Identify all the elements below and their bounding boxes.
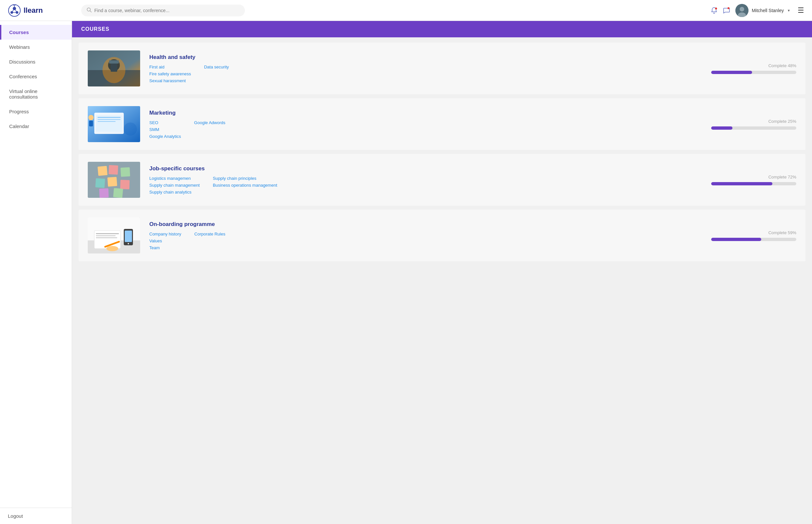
progress-bar [711,71,796,74]
sidebar-item-virtual-online-consultations[interactable]: Virtual online consultations [0,84,72,104]
sidebar: CoursesWebinarsDiscussionsConferencesVir… [0,21,72,524]
course-topic-item[interactable]: Team [149,245,181,250]
sidebar-item-label: Webinars [9,44,30,50]
progress-label: Complete 59% [768,230,796,235]
course-topic-item[interactable]: SMM [149,127,181,132]
messages-button[interactable] [723,7,730,14]
logo-icon [8,4,21,17]
user-name: Mitchell Stanley [752,8,784,13]
course-topic-item[interactable]: Supply chain management [149,183,200,188]
course-card: Job-specific coursesLogistics managemenS… [79,154,806,206]
sidebar-item-conferences[interactable]: Conferences [0,69,72,84]
course-topic-item[interactable]: Business operations management [213,183,277,188]
course-title[interactable]: Health and safety [149,54,702,61]
course-topics-col2: Google Adwords [194,120,225,139]
svg-rect-39 [120,180,130,189]
sidebar-item-label: Virtual online consultations [9,88,64,100]
svg-rect-46 [96,235,116,236]
courses-section-title: COURSES [81,26,109,32]
course-topic-item[interactable]: Supply chain principles [213,176,277,181]
course-topics-col2: Data security [204,65,229,83]
sidebar-item-calendar[interactable]: Calendar [0,119,72,134]
search-icon [86,7,92,14]
course-topic-item[interactable]: Corporate Rules [195,231,226,236]
search-input[interactable] [94,8,240,13]
progress-label: Complete 48% [768,63,796,68]
course-topic-item[interactable]: Google Adwords [194,120,225,125]
course-card: Health and safetyFirst aidFire safety aw… [79,43,806,94]
user-menu[interactable]: Mitchell Stanley ▾ [735,4,790,17]
courses-header: COURSES [72,21,812,37]
course-card: On-boarding programmeCompany historyValu… [79,210,806,261]
course-topic-item[interactable]: Google Analytics [149,134,181,139]
course-topics-col2: Supply chain principlesBusiness operatio… [213,176,277,195]
progress-bar-fill [711,127,732,130]
course-topic-item[interactable]: Supply chain analytics [149,190,200,195]
course-title[interactable]: Job-specific courses [149,165,702,172]
logout-button[interactable]: Logout [0,508,72,524]
sidebar-nav: CoursesWebinarsDiscussionsConferencesVir… [0,25,72,508]
notifications-button[interactable] [711,7,718,14]
course-topic-item[interactable]: First aid [149,65,191,69]
course-progress: Complete 59% [711,230,796,241]
svg-rect-26 [98,117,120,118]
course-thumbnail[interactable] [88,50,140,86]
course-topic-item[interactable]: Sexual harassment [149,78,191,83]
progress-bar-fill [711,238,761,241]
course-topic-item[interactable]: SEO [149,120,181,125]
svg-rect-22 [109,60,119,64]
course-topics-col1: SEOSMMGoogle Analytics [149,120,181,139]
app-body: CoursesWebinarsDiscussionsConferencesVir… [0,21,812,524]
sidebar-item-progress[interactable]: Progress [0,104,72,119]
course-title[interactable]: On-boarding programme [149,221,702,228]
course-topics: Company historyValuesTeamCorporate Rules [149,231,702,250]
svg-rect-34 [98,166,107,176]
course-thumbnail[interactable] [88,217,140,253]
course-topic-item[interactable]: Fire safety awareness [149,71,191,76]
course-topic-item[interactable]: Values [149,239,181,243]
course-info: MarketingSEOSMMGoogle AnalyticsGoogle Ad… [149,110,702,139]
progress-label: Complete 72% [768,175,796,179]
course-progress: Complete 25% [711,119,796,130]
course-card: MarketingSEOSMMGoogle AnalyticsGoogle Ad… [79,98,806,150]
sidebar-item-discussions[interactable]: Discussions [0,54,72,69]
course-topics-col2: Corporate Rules [195,231,226,250]
logo-area[interactable]: llearn [8,4,73,17]
course-thumbnail[interactable] [88,162,140,198]
user-menu-chevron: ▾ [788,8,790,13]
svg-point-50 [128,243,129,244]
sidebar-item-label: Calendar [9,124,29,129]
hamburger-button[interactable]: ☰ [798,6,804,15]
svg-point-29 [124,122,137,135]
app-header: llearn [0,0,812,21]
course-topics: SEOSMMGoogle AnalyticsGoogle Adwords [149,120,702,139]
sidebar-item-courses[interactable]: Courses [0,25,72,39]
course-info: On-boarding programmeCompany historyValu… [149,221,702,250]
progress-bar [711,182,796,185]
course-topic-item[interactable]: Data security [204,65,229,69]
sidebar-item-label: Conferences [9,74,37,79]
svg-rect-45 [96,233,119,234]
progress-bar-fill [711,182,773,185]
progress-label: Complete 25% [768,119,796,124]
course-topic-item[interactable]: Logistics managemen [149,176,200,181]
svg-point-12 [715,7,717,10]
logo-text: llearn [23,6,43,15]
course-thumbnail[interactable] [88,106,140,142]
course-topics: First aidFire safety awarenessSexual har… [149,65,702,83]
svg-point-15 [740,7,744,12]
svg-line-9 [14,5,15,6]
course-title[interactable]: Marketing [149,110,702,116]
avatar-image [735,4,748,17]
svg-rect-40 [99,188,109,198]
sidebar-item-webinars[interactable]: Webinars [0,39,72,54]
course-topic-item[interactable]: Company history [149,231,181,236]
svg-point-52 [106,246,118,251]
sidebar-item-label: Discussions [9,59,35,65]
sidebar-item-label: Courses [9,30,29,35]
search-bar[interactable] [81,4,245,16]
message-icon [723,7,730,14]
svg-rect-36 [120,167,130,177]
course-progress: Complete 48% [711,63,796,74]
svg-rect-35 [109,165,118,175]
